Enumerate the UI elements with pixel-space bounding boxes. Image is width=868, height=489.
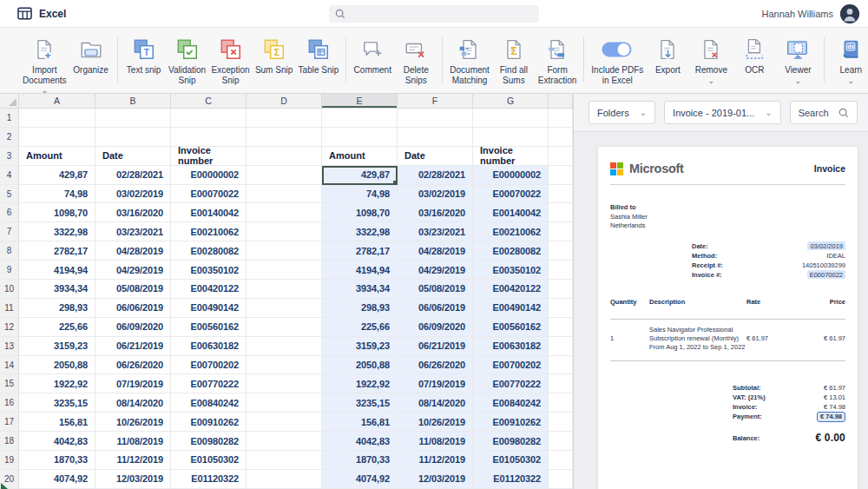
cell-D16[interactable] [247,393,322,413]
cell-G5[interactable]: E00070022 [473,185,549,204]
cell-B8[interactable]: 04/28/2019 [95,241,171,261]
cell-C13[interactable]: E00630182 [171,337,247,356]
cell-C4[interactable]: E00000002 [171,166,247,185]
ribbon-form-extraction-button[interactable]: FormExtraction [538,36,576,85]
cell-B12[interactable]: 06/09/2020 [95,318,171,337]
ribbon-learn-button[interactable]: dsLearn⌄ [832,36,868,84]
cell-G4[interactable]: E00000002 [473,166,549,185]
ribbon-delete-snips-button[interactable]: DeleteSnips [397,36,435,85]
row-header-9[interactable]: 9 [0,261,19,280]
ribbon-validation-snip-button[interactable]: ValidationSnip [168,36,207,85]
cell-F18[interactable]: 11/08/2019 [398,432,473,451]
cell-C8[interactable]: E00280082 [171,241,247,261]
cell-A14[interactable]: 2050,88 [19,356,95,375]
cell-D1[interactable] [247,109,322,128]
cell-E4[interactable]: 429,87 [322,166,398,185]
cell-G1[interactable] [473,109,549,128]
col-header-B[interactable]: B [95,94,171,109]
cell-F9[interactable]: 04/29/2019 [398,261,473,280]
cell-G10[interactable]: E00420122 [473,280,549,299]
cell-E18[interactable]: 4042,83 [322,432,398,451]
cell-A16[interactable]: 3235,15 [19,393,95,413]
global-search-input[interactable] [329,5,539,23]
cell-E17[interactable]: 156,81 [322,413,398,432]
cell-E19[interactable]: 1870,33 [322,451,398,470]
col-header-G[interactable]: G [473,94,549,109]
cell-G18[interactable]: E00980282 [473,432,549,451]
row-header-17[interactable]: 17 [0,413,19,432]
row-header-1[interactable]: 1 [0,109,19,128]
cell-G20[interactable]: E01120322 [473,470,549,489]
cell-E16[interactable]: 3235,15 [322,393,398,413]
cell-G16[interactable]: E00840242 [473,393,549,413]
ribbon-sum-snip-button[interactable]: ΣSum Snip [255,36,293,85]
cell-C11[interactable]: E00490142 [171,299,247,318]
cell-E6[interactable]: 1098,70 [322,203,398,222]
cell-F17[interactable]: 10/26/2019 [398,413,473,432]
row-header-4[interactable]: 4 [0,166,19,185]
cell-A19[interactable]: 1870,33 [19,451,95,470]
cell-C10[interactable]: E00420122 [171,280,247,299]
cell-A17[interactable]: 156,81 [19,413,95,432]
cell-C20[interactable]: E01120322 [171,470,247,489]
cell-G7[interactable]: E00210062 [473,222,549,241]
cell-G6[interactable]: E00140042 [473,203,549,222]
cell-C19[interactable]: E01050302 [171,451,247,470]
cell-A5[interactable]: 74,98 [19,185,95,204]
cell-F3[interactable]: Date [398,147,473,166]
cell-C2[interactable] [171,128,247,147]
ribbon-remove-button[interactable]: Remove⌄ [692,36,730,85]
cell-B5[interactable]: 03/02/2019 [95,185,171,204]
invoice-file-dropdown[interactable]: Invoice - 2019-01... ⌄ [664,101,781,124]
row-header-3[interactable]: 3 [0,147,19,166]
cell-D12[interactable] [247,318,322,337]
cell-D3[interactable] [247,147,322,166]
cell-F14[interactable]: 06/26/2020 [398,356,473,375]
ribbon-export-button[interactable]: Export [648,36,687,85]
cell-A7[interactable]: 3322,98 [19,222,95,241]
cell-D5[interactable] [247,185,322,204]
cell-C3[interactable]: Invoice number [171,147,247,166]
cell-E10[interactable]: 3934,34 [322,280,398,299]
cell-G9[interactable]: E00350102 [473,261,549,280]
cell-B14[interactable]: 06/26/2020 [95,356,171,375]
cell-B9[interactable]: 04/29/2019 [95,261,171,280]
cell-D15[interactable] [247,374,322,393]
cell-D20[interactable] [247,470,322,489]
cell-C15[interactable]: E00770222 [171,374,247,393]
col-header-F[interactable]: F [398,94,473,109]
cell-E2[interactable] [322,128,398,147]
col-header-D[interactable]: D [247,94,322,109]
cell-A1[interactable] [19,109,95,128]
cell-G15[interactable]: E00770222 [473,374,549,393]
cell-A11[interactable]: 298,93 [19,299,95,318]
cell-F16[interactable]: 08/14/2020 [398,393,473,413]
cell-A6[interactable]: 1098,70 [19,203,95,222]
cell-D18[interactable] [247,432,322,451]
row-header-19[interactable]: 19 [0,451,19,470]
cell-D6[interactable] [247,203,322,222]
row-header-5[interactable]: 5 [0,185,19,204]
cell-F20[interactable]: 12/03/2019 [398,470,473,489]
row-header-15[interactable]: 15 [0,374,19,393]
cell-E1[interactable] [322,109,398,128]
row-header-6[interactable]: 6 [0,203,19,222]
cell-G8[interactable]: E00280082 [473,241,549,261]
ribbon-text-snip-button[interactable]: TText snip [125,36,163,85]
cell-B15[interactable]: 07/19/2019 [95,374,171,393]
cell-C1[interactable] [171,109,247,128]
row-header-16[interactable]: 16 [0,393,19,413]
cell-E20[interactable]: 4074,92 [322,470,398,489]
ribbon-table-snip-button[interactable]: Table Snip [299,36,339,85]
row-header-14[interactable]: 14 [0,356,19,375]
cell-A20[interactable]: 4074,92 [19,470,95,489]
panel-search-input[interactable]: Search [790,101,858,124]
cell-A13[interactable]: 3159,23 [19,337,95,356]
cell-A10[interactable]: 3934,34 [19,280,95,299]
cell-C9[interactable]: E00350102 [171,261,247,280]
row-header-13[interactable]: 13 [0,337,19,356]
cell-D4[interactable] [247,166,322,185]
cell-E8[interactable]: 2782,17 [322,241,398,261]
cell-C12[interactable]: E00560162 [171,318,247,337]
cell-D14[interactable] [247,356,322,375]
